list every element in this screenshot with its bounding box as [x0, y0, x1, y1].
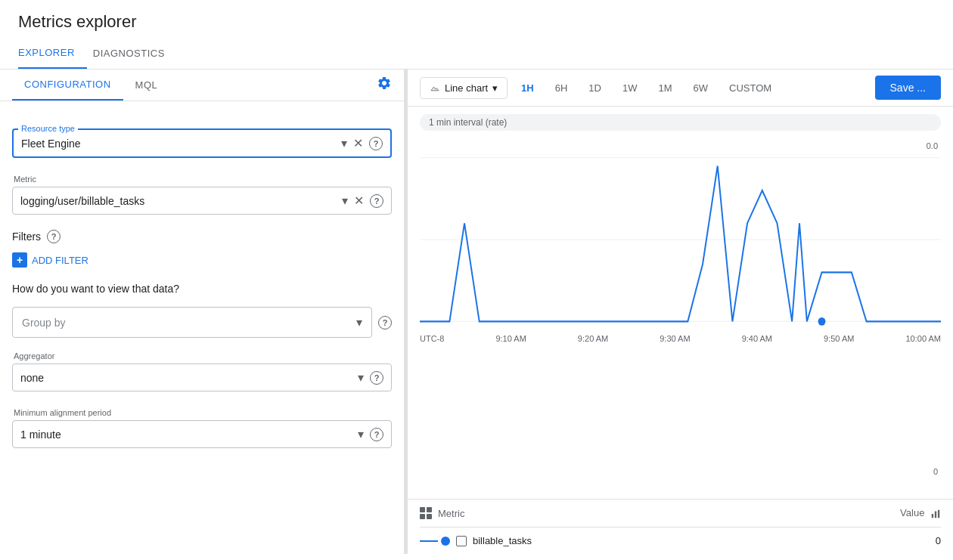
- x-label-1000: 10:00 AM: [905, 334, 940, 343]
- chart-area: 0.0 0 UTC-8 9:10 AM 9:20 AM 9:30 AM 9:40…: [408, 134, 953, 499]
- min-alignment-icons: ▾ ?: [358, 427, 383, 441]
- time-btn-1m[interactable]: 1M: [650, 78, 679, 98]
- x-label-950: 9:50 AM: [824, 334, 854, 343]
- aggregator-label: Aggregator: [12, 351, 54, 362]
- right-panel: Line chart ▾ 1H 6H 1D 1W 1M 6W CUSTOM Sa…: [408, 70, 953, 554]
- min-alignment-group: Minimum alignment period 1 minute ▾ ?: [12, 407, 392, 448]
- group-by-placeholder: Group by: [22, 317, 356, 329]
- table-value-label: Value: [900, 507, 924, 518]
- tab-configuration[interactable]: CONFIGURATION: [12, 70, 123, 101]
- group-by-row: Group by ▾ ?: [12, 307, 392, 338]
- table-header: Metric Value: [420, 500, 941, 528]
- tab-bar: CONFIGURATION MQL: [0, 70, 404, 101]
- add-filter-label: ADD FILTER: [32, 255, 88, 266]
- metric-name: billable_tasks: [473, 535, 532, 546]
- metric-value: logging/user/billable_tasks: [20, 195, 342, 207]
- aggregator-box[interactable]: none ▾ ?: [12, 364, 392, 391]
- metric-group: Metric logging/user/billable_tasks ▾ ✕ ?: [12, 173, 392, 215]
- legend-line: [420, 540, 438, 542]
- chart-toolbar: Line chart ▾ 1H 6H 1D 1W 1M 6W CUSTOM Sa…: [408, 70, 953, 107]
- resource-type-group: Resource type Fleet Engine ▾ ✕ ?: [12, 116, 392, 158]
- table-metric-cell: billable_tasks: [420, 535, 880, 546]
- nav-item-explorer[interactable]: EXPLORER: [18, 38, 87, 69]
- x-label-940: 9:40 AM: [742, 334, 772, 343]
- filters-label: Filters: [12, 230, 41, 243]
- resource-type-help-icon[interactable]: ?: [369, 137, 383, 150]
- main-layout: CONFIGURATION MQL Resource type Fleet En…: [0, 70, 953, 554]
- chart-svg: [420, 141, 941, 338]
- aggregator-value: none: [20, 372, 358, 384]
- y-axis-max: 0.0: [927, 141, 938, 150]
- metric-box[interactable]: logging/user/billable_tasks ▾ ✕ ?: [12, 187, 392, 215]
- x-label-utc: UTC-8: [420, 334, 444, 343]
- app-title: Metrics explorer: [0, 0, 953, 38]
- time-btn-custom[interactable]: CUSTOM: [722, 78, 779, 98]
- resource-type-clear-icon[interactable]: ✕: [353, 136, 363, 150]
- line-chart-icon: [430, 82, 440, 93]
- table-metric-label: Metric: [438, 508, 464, 519]
- x-label-930: 9:30 AM: [660, 334, 690, 343]
- y-axis-min: 0: [933, 467, 938, 476]
- time-btn-1w[interactable]: 1W: [615, 78, 645, 98]
- resource-type-dropdown-icon[interactable]: ▾: [341, 136, 347, 150]
- interval-badge: 1 min interval (rate): [420, 114, 941, 131]
- aggregator-icons: ▾ ?: [358, 370, 383, 385]
- resource-type-label: Resource type: [18, 124, 78, 133]
- x-label-910: 9:10 AM: [495, 334, 526, 343]
- svg-rect-4: [935, 511, 936, 518]
- chart-table: Metric Value bill: [408, 499, 953, 554]
- metric-dropdown-icon[interactable]: ▾: [342, 193, 348, 208]
- metric-label: Metric: [12, 175, 36, 185]
- metric-value-cell: 0: [880, 535, 941, 546]
- min-alignment-box[interactable]: 1 minute ▾ ?: [12, 420, 392, 448]
- metric-icons: ▾ ✕ ?: [342, 193, 383, 208]
- group-by-help-icon[interactable]: ?: [378, 316, 392, 330]
- x-label-920: 9:20 AM: [578, 334, 608, 343]
- min-alignment-label: Minimum alignment period: [12, 408, 111, 419]
- legend-indicator: [420, 537, 450, 546]
- aggregator-dropdown-icon[interactable]: ▾: [358, 370, 364, 385]
- add-filter-plus-icon: +: [12, 252, 27, 268]
- save-button[interactable]: Save ...: [875, 76, 941, 100]
- time-btn-6h[interactable]: 6H: [548, 78, 576, 98]
- table-row: billable_tasks 0: [420, 528, 941, 554]
- nav-item-diagnostics[interactable]: DIAGNOSTICS: [93, 39, 177, 68]
- chart-type-label: Line chart: [445, 82, 488, 94]
- metric-clear-icon[interactable]: ✕: [354, 193, 364, 208]
- time-btn-6w[interactable]: 6W: [686, 78, 716, 98]
- left-panel: CONFIGURATION MQL Resource type Fleet En…: [0, 70, 405, 554]
- svg-rect-3: [932, 514, 933, 518]
- tab-mql[interactable]: MQL: [123, 70, 170, 100]
- time-btn-1d[interactable]: 1D: [581, 78, 609, 98]
- legend-dot: [441, 537, 450, 546]
- aggregator-group: Aggregator none ▾ ?: [12, 350, 392, 391]
- min-alignment-value: 1 minute: [20, 429, 358, 441]
- settings-gear-icon[interactable]: [377, 76, 392, 94]
- metric-help-icon[interactable]: ?: [370, 194, 383, 208]
- table-chart-icon: [930, 509, 941, 519]
- min-alignment-dropdown-icon[interactable]: ▾: [358, 427, 364, 441]
- filters-section: Filters ?: [12, 230, 392, 243]
- filters-help-icon[interactable]: ?: [47, 230, 61, 243]
- resource-type-icons: ▾ ✕ ?: [341, 136, 383, 150]
- group-by-select[interactable]: Group by ▾: [12, 307, 372, 338]
- min-alignment-help-icon[interactable]: ?: [370, 428, 383, 441]
- chart-type-button[interactable]: Line chart ▾: [420, 77, 508, 99]
- table-metric-header: Metric: [420, 507, 880, 519]
- table-value-header: Value: [880, 507, 941, 519]
- metric-checkbox[interactable]: [456, 536, 467, 546]
- add-filter-button[interactable]: + ADD FILTER: [12, 252, 392, 268]
- svg-rect-5: [938, 510, 939, 518]
- time-btn-1h[interactable]: 1H: [514, 78, 542, 98]
- top-nav: EXPLORER DIAGNOSTICS: [0, 38, 953, 70]
- chart-cursor-dot: [818, 317, 826, 326]
- panel-content: Resource type Fleet Engine ▾ ✕ ? Metric …: [0, 101, 404, 478]
- chart-type-chevron: ▾: [492, 82, 498, 94]
- resource-type-value: Fleet Engine: [21, 138, 341, 150]
- view-section-title: How do you want to view that data?: [12, 283, 392, 295]
- table-grid-icon: [420, 507, 432, 519]
- aggregator-help-icon[interactable]: ?: [370, 371, 383, 385]
- group-by-dropdown-icon[interactable]: ▾: [356, 315, 362, 330]
